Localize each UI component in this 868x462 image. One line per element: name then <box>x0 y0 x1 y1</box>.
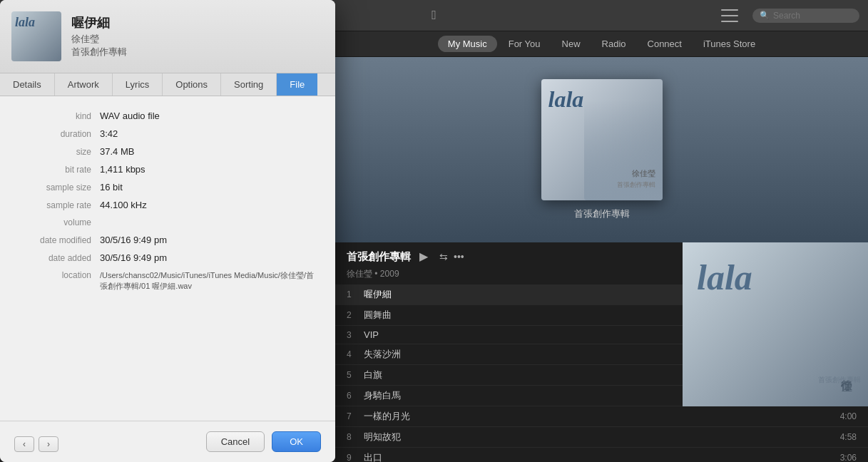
date-added-value: 30/5/16 9:49 pm <box>100 252 167 263</box>
dialog-lala-text: lala <box>15 15 35 30</box>
play-button[interactable]: ▶ <box>419 250 434 264</box>
track-number: 9 <box>347 453 364 462</box>
date-modified-row: date modified 30/5/16 9:49 pm <box>21 235 314 245</box>
date-modified-value: 30/5/16 9:49 pm <box>100 235 167 245</box>
track-list-controls: ▶ ⇆ ••• <box>419 250 464 264</box>
album-subtitle-art: 首張創作專輯 <box>617 180 655 190</box>
lala-big-text: lala <box>697 257 752 298</box>
sample-size-row: sample size 16 bit <box>21 182 314 192</box>
track-duration: 3:06 <box>840 453 857 462</box>
tab-radio[interactable]: Radio <box>592 36 636 52</box>
artist-name-art: 徐佳瑩 <box>632 168 655 179</box>
track-number: 5 <box>347 370 364 380</box>
apple-logo-icon:  <box>432 8 436 23</box>
track-number: 7 <box>347 411 364 421</box>
dialog-header-info: 喔伊細 徐佳瑩 首張創作專輯 <box>71 14 127 58</box>
duration-row: duration 3:42 <box>21 128 314 139</box>
tab-new[interactable]: New <box>552 36 591 52</box>
dialog-tab-options[interactable]: Options <box>163 73 221 96</box>
list-view-icon[interactable] <box>721 9 738 22</box>
search-icon: 🔍 <box>760 11 770 20</box>
shuffle-icon[interactable]: ⇆ <box>439 251 448 262</box>
nav-arrows: ‹ › <box>14 436 58 452</box>
size-row: size 37.4 MB <box>21 146 314 157</box>
bit-rate-row: bit rate 1,411 kbps <box>21 164 314 175</box>
tab-my-music[interactable]: My Music <box>438 36 497 52</box>
album-sub-big: 首張創作專輯 <box>818 375 861 385</box>
date-added-row: date added 30/5/16 9:49 pm <box>21 252 314 263</box>
duration-label: duration <box>21 129 100 139</box>
search-input[interactable] <box>773 11 852 21</box>
sample-rate-value: 44.100 kHz <box>100 200 147 210</box>
bit-rate-value: 1,411 kbps <box>100 164 145 175</box>
track-list-album-title: 首張創作專輯 <box>347 250 411 264</box>
track-number: 4 <box>347 349 364 359</box>
ok-button[interactable]: OK <box>272 431 321 452</box>
track-row[interactable]: 8 明知故犯 4:58 <box>335 427 868 448</box>
date-modified-label: date modified <box>21 235 100 245</box>
size-value: 37.4 MB <box>100 146 134 157</box>
location-value: /Users/chansc02/Music/iTunes/iTunes Medi… <box>100 270 314 292</box>
location-label: location <box>21 270 100 280</box>
more-options-icon[interactable]: ••• <box>454 251 464 262</box>
track-number: 1 <box>347 289 364 299</box>
dialog-tabs: Details Artwork Lyrics Options Sorting F… <box>0 73 335 96</box>
sample-size-value: 16 bit <box>100 182 123 192</box>
dialog-song-title: 喔伊細 <box>71 14 127 31</box>
dialog-tab-artwork[interactable]: Artwork <box>55 73 113 96</box>
track-number: 6 <box>347 391 364 401</box>
date-added-label: date added <box>21 253 100 263</box>
track-number: 2 <box>347 310 364 320</box>
dialog-content: kind WAV audio file duration 3:42 size 3… <box>0 96 335 314</box>
prev-button[interactable]: ‹ <box>14 436 34 452</box>
track-row[interactable]: 7 一樣的月光 4:00 <box>335 406 868 427</box>
size-label: size <box>21 147 100 157</box>
kind-value: WAV audio file <box>100 111 160 121</box>
track-duration: 4:58 <box>840 432 857 442</box>
dialog-artist: 徐佳瑩 <box>71 33 127 46</box>
cancel-button[interactable]: Cancel <box>206 431 265 452</box>
dialog-tab-file[interactable]: File <box>277 73 317 96</box>
right-album-cover: lala 徐佳瑩 首張創作專輯 <box>683 242 868 406</box>
bit-rate-label: bit rate <box>21 165 100 175</box>
dialog-tab-details[interactable]: Details <box>0 73 55 96</box>
song-info-dialog: lala 喔伊細 徐佳瑩 首張創作專輯 Details Artwork Lyri… <box>0 0 335 462</box>
kind-label: kind <box>21 111 100 121</box>
dialog-album-thumb: lala <box>11 11 61 61</box>
lala-text: lala <box>548 86 584 113</box>
dialog-tab-lyrics[interactable]: Lyrics <box>113 73 163 96</box>
album-hero-label: 首張創作專輯 <box>574 207 630 220</box>
tab-itunes-store[interactable]: iTunes Store <box>693 36 765 52</box>
track-name: 一樣的月光 <box>364 410 840 423</box>
album-art-hero: lala 徐佳瑩 首張創作專輯 <box>541 79 663 200</box>
track-number: 3 <box>347 330 364 340</box>
nav-tabs: My Music For You New Radio Connect iTune… <box>335 31 868 57</box>
volume-label: volume <box>21 217 100 227</box>
track-name: 出口 <box>364 451 840 462</box>
dialog-footer: ‹ › Cancel OK <box>0 421 335 462</box>
dialog-album: 首張創作專輯 <box>71 46 127 58</box>
tab-for-you[interactable]: For You <box>499 36 551 52</box>
kind-row: kind WAV audio file <box>21 111 314 121</box>
track-name: 明知故犯 <box>364 431 840 443</box>
sample-rate-label: sample rate <box>21 200 100 210</box>
sample-rate-row: sample rate 44.100 kHz <box>21 200 314 210</box>
dialog-header: lala 喔伊細 徐佳瑩 首張創作專輯 <box>0 0 335 73</box>
track-duration: 4:00 <box>840 411 857 421</box>
sample-size-label: sample size <box>21 183 100 192</box>
dialog-tab-sorting[interactable]: Sorting <box>221 73 277 96</box>
track-number: 8 <box>347 432 364 442</box>
duration-value: 3:42 <box>100 128 118 139</box>
search-box[interactable]: 🔍 <box>752 9 859 23</box>
tab-connect[interactable]: Connect <box>638 36 692 52</box>
volume-row: volume <box>21 217 314 227</box>
album-hero: lala 徐佳瑩 首張創作專輯 首張創作專輯 <box>335 57 868 242</box>
next-button[interactable]: › <box>39 436 58 452</box>
track-row[interactable]: 9 出口 3:06 <box>335 448 868 462</box>
location-row: location /Users/chansc02/Music/iTunes/iT… <box>21 270 314 292</box>
